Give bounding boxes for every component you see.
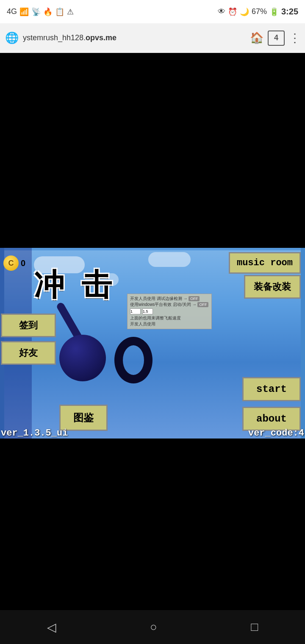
url-plain: ystemrush_hh128. — [23, 33, 86, 42]
url-bold: opvs.me — [86, 33, 116, 42]
back-button[interactable]: ◁ — [47, 620, 56, 634]
debug-toggle-2[interactable]: OFF — [197, 302, 208, 307]
signin-button[interactable]: 签到 — [1, 314, 56, 337]
debug-line3: 上面的也用来调整飞船速度 — [130, 315, 209, 321]
bottom-nav: ◁ ○ □ — [0, 610, 305, 644]
gallery-button[interactable]: 图鉴 — [59, 405, 108, 431]
browser-url[interactable]: ystemrush_hh128.opvs.me — [23, 33, 246, 42]
battery-icon: 🔋 — [269, 7, 279, 17]
cloud-3 — [148, 252, 191, 267]
coin-display: C 0 — [3, 255, 25, 271]
game-title: 冲 击 — [34, 265, 116, 305]
status-bar: 4G 📶 📡 🔥 📋 ⚠ 👁 ⏰ 🌙 67% 🔋 3:25 — [0, 0, 305, 23]
tabs-count: 4 — [274, 33, 278, 42]
debug-line4: 开发人员使用 — [130, 321, 209, 327]
speed-input-1[interactable] — [130, 308, 141, 314]
debug-line2: 使用windows平台有效 启动/关闭 → OFF — [130, 302, 209, 308]
browser-bar: 🌐 ystemrush_hh128.opvs.me 🏠 4 ⋮ — [0, 23, 305, 53]
battery-text: 67% — [252, 7, 267, 16]
moon-icon: 🌙 — [240, 7, 249, 17]
version-left: ver_1.3.5_ui — [1, 428, 68, 439]
status-time: 3:25 — [281, 7, 298, 17]
black-top-area — [0, 53, 305, 248]
network-icon: 4G — [7, 7, 17, 16]
about-button[interactable]: about — [242, 407, 301, 431]
wifi-icon: 📡 — [31, 7, 41, 17]
tabs-button[interactable]: 4 — [268, 31, 285, 46]
coin-icon: C — [3, 255, 19, 271]
fire-icon: 🔥 — [43, 7, 53, 17]
copy-icon: 📋 — [55, 7, 64, 17]
version-right: ver_code:4 — [248, 428, 304, 439]
debug-toggle-1[interactable]: OFF — [189, 296, 200, 301]
signal-icon: 📶 — [19, 7, 29, 17]
start-button[interactable]: start — [242, 377, 301, 401]
home-button[interactable]: ○ — [150, 620, 157, 634]
friends-button[interactable]: 好友 — [1, 341, 56, 365]
home-icon[interactable]: 🏠 — [250, 31, 263, 44]
status-right: 👁 ⏰ 🌙 67% 🔋 3:25 — [218, 7, 298, 17]
debug-speed-row — [130, 308, 209, 314]
recent-button[interactable]: □ — [251, 620, 258, 634]
ball-shape — [59, 335, 106, 381]
speed-input-2[interactable] — [142, 308, 153, 314]
top-strip — [0, 248, 305, 250]
coin-count: 0 — [21, 258, 25, 268]
equipment-button[interactable]: 装备改装 — [244, 275, 301, 299]
debug-panel: 开发人员使用 调试边缘检测 → OFF 使用windows平台有效 启动/关闭 … — [127, 294, 212, 329]
alert-icon: ⚠ — [67, 7, 74, 17]
game-area: C 0 冲 击 开发人员使用 调试边缘检测 → OFF 使用windows平台有… — [0, 248, 305, 439]
globe-icon: 🌐 — [5, 31, 19, 44]
debug-line1: 开发人员使用 调试边缘检测 → OFF — [130, 296, 209, 302]
black-bottom-area — [0, 439, 305, 616]
status-left: 4G 📶 📡 🔥 📋 ⚠ — [7, 7, 74, 17]
menu-button[interactable]: ⋮ — [289, 31, 300, 45]
music-room-button[interactable]: music room — [229, 252, 301, 274]
alarm-icon: ⏰ — [228, 7, 237, 17]
right-edge — [301, 248, 305, 439]
eye-icon: 👁 — [218, 7, 225, 16]
ring-shape — [114, 337, 152, 383]
